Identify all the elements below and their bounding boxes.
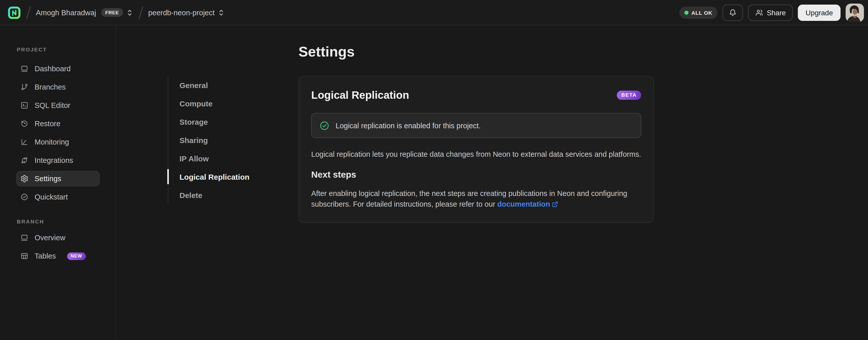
- sidebar-item-restore[interactable]: Restore: [16, 116, 100, 131]
- chart-curve-icon: [20, 138, 29, 146]
- next-steps-text-body: After enabling logical replication, the …: [311, 189, 627, 208]
- next-steps-heading: Next steps: [311, 169, 641, 180]
- table-icon: [20, 252, 29, 260]
- page-title: Settings: [299, 44, 355, 60]
- chevron-up-down-icon[interactable]: [218, 8, 225, 17]
- bell-icon: [729, 8, 737, 17]
- sidebar-item-label: SQL Editor: [35, 101, 70, 109]
- alert-text: Logical replication is enabled for this …: [336, 121, 481, 130]
- integrations-cycle-icon: [20, 156, 29, 164]
- gear-icon: [20, 175, 29, 183]
- dashboard-icon: [20, 65, 29, 73]
- beta-badge: BETA: [617, 91, 641, 100]
- status-dot-icon: [684, 10, 688, 15]
- upgrade-label: Upgrade: [806, 8, 833, 17]
- settings-nav-sharing[interactable]: Sharing: [180, 131, 249, 149]
- settings-nav-logical-replication[interactable]: Logical Replication: [180, 167, 249, 186]
- sidebar-item-monitoring[interactable]: Monitoring: [16, 134, 100, 150]
- neon-logo-icon: [8, 6, 21, 19]
- sidebar-section-branch: BRANCH: [17, 218, 116, 225]
- sidebar-section-project: PROJECT: [17, 46, 116, 53]
- share-button[interactable]: Share: [748, 4, 793, 21]
- sidebar-item-label: Monitoring: [35, 138, 69, 146]
- logical-replication-card: Logical Replication BETA Logical replica…: [299, 76, 654, 223]
- sidebar-item-label: Branches: [35, 83, 66, 91]
- share-label: Share: [767, 8, 786, 17]
- settings-nav-ip-allow[interactable]: IP Allow: [180, 149, 249, 167]
- status-label: ALL OK: [691, 9, 712, 16]
- breadcrumb-separator: [26, 6, 31, 19]
- chevron-up-down-icon[interactable]: [126, 8, 133, 17]
- sidebar-item-label: Restore: [35, 120, 61, 128]
- sidebar-item-quickstart[interactable]: Quickstart: [16, 189, 100, 205]
- card-title: Logical Replication: [311, 89, 409, 102]
- sidebar-item-label: Integrations: [35, 156, 73, 164]
- sidebar-item-tables[interactable]: Tables NEW: [16, 248, 100, 264]
- settings-nav: General Compute Storage Sharing IP Allow…: [168, 76, 249, 204]
- status-badge[interactable]: ALL OK: [679, 6, 717, 19]
- settings-nav-storage[interactable]: Storage: [180, 112, 249, 131]
- sidebar-item-label: Settings: [35, 175, 61, 183]
- git-branch-icon: [20, 83, 29, 91]
- terminal-square-icon: [20, 101, 29, 109]
- breadcrumb-separator: [138, 6, 143, 19]
- external-link-icon: [552, 201, 558, 207]
- project-name: peerdb-neon-project: [148, 8, 215, 17]
- neon-logo[interactable]: [8, 6, 21, 19]
- settings-nav-compute[interactable]: Compute: [180, 94, 249, 112]
- org-name: Amogh Bharadwaj: [36, 8, 96, 17]
- upgrade-button[interactable]: Upgrade: [798, 4, 841, 21]
- check-circle-icon: [20, 193, 29, 201]
- neon-console: Amogh Bharadwaj FREE peerdb-neon-project…: [0, 0, 868, 340]
- sidebar-item-dashboard[interactable]: Dashboard: [16, 61, 100, 76]
- sidebar-item-integrations[interactable]: Integrations: [16, 153, 100, 168]
- overview-window-icon: [20, 234, 29, 242]
- sidebar-item-label: Overview: [35, 234, 65, 242]
- avatar[interactable]: [846, 3, 864, 22]
- card-description: Logical replication lets you replicate d…: [311, 149, 641, 160]
- header-actions: ALL OK: [679, 3, 864, 22]
- new-badge: NEW: [67, 252, 86, 260]
- history-clock-icon: [20, 120, 29, 128]
- sidebar: PROJECT Dashboard Branches: [0, 25, 116, 340]
- notifications-button[interactable]: [722, 4, 743, 21]
- settings-nav-general[interactable]: General: [180, 76, 249, 94]
- sidebar-item-overview[interactable]: Overview: [16, 230, 100, 245]
- breadcrumb-org[interactable]: Amogh Bharadwaj FREE: [36, 8, 133, 17]
- success-alert: Logical replication is enabled for this …: [311, 113, 641, 138]
- plan-badge: FREE: [101, 8, 123, 17]
- next-steps-text: After enabling logical replication, the …: [311, 188, 641, 210]
- users-icon: [755, 8, 763, 17]
- documentation-link[interactable]: documentation: [497, 200, 558, 208]
- success-check-icon: [319, 120, 330, 131]
- sidebar-item-sql-editor[interactable]: SQL Editor: [16, 98, 100, 113]
- sidebar-item-label: Dashboard: [35, 65, 71, 73]
- sidebar-item-settings[interactable]: Settings: [16, 171, 100, 186]
- settings-nav-delete[interactable]: Delete: [180, 186, 249, 204]
- sidebar-item-label: Tables: [35, 252, 56, 260]
- breadcrumb-project[interactable]: peerdb-neon-project: [148, 8, 225, 17]
- sidebar-item-branches[interactable]: Branches: [16, 79, 100, 95]
- top-header: Amogh Bharadwaj FREE peerdb-neon-project…: [0, 0, 868, 25]
- sidebar-item-label: Quickstart: [35, 193, 68, 201]
- documentation-link-label: documentation: [497, 200, 550, 208]
